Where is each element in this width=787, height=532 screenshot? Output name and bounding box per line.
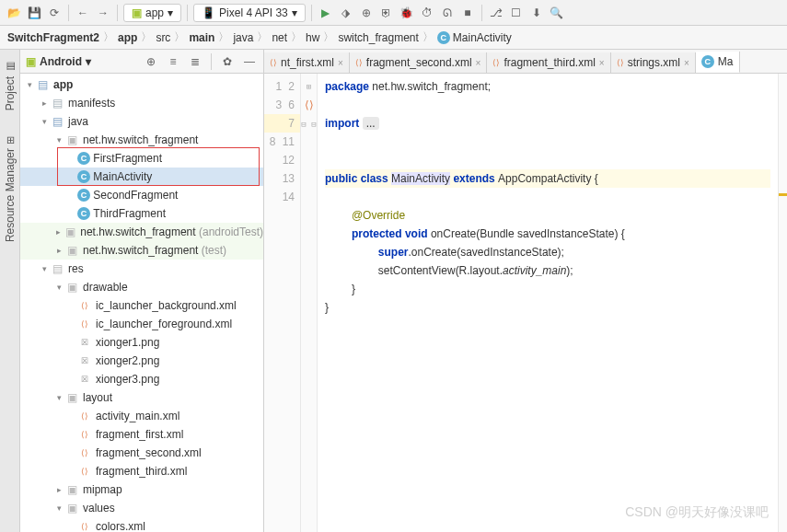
editor-panel: ⟨⟩nt_first.xml× ⟨⟩fragment_second.xml× ⟨… bbox=[264, 50, 787, 532]
android-icon: ▣ bbox=[26, 55, 36, 68]
tab-second[interactable]: ⟨⟩fragment_second.xml× bbox=[350, 52, 488, 73]
separator bbox=[187, 5, 188, 21]
chevron-right-icon: 〉 bbox=[257, 29, 268, 45]
bc-current-label: MainActivity bbox=[453, 31, 512, 44]
tab-main-activity[interactable]: CMa bbox=[696, 52, 740, 73]
open-icon[interactable]: 📂 bbox=[6, 5, 22, 21]
tree-drawable[interactable]: ▾▣drawable bbox=[20, 278, 263, 296]
tree-layout-file[interactable]: ⟨⟩fragment_third.xml bbox=[20, 462, 263, 480]
close-icon[interactable]: × bbox=[338, 58, 343, 68]
tree-third-fragment[interactable]: C ThirdFragment bbox=[20, 204, 263, 223]
bc-current[interactable]: C MainActivity bbox=[437, 31, 512, 44]
tree-draw-file[interactable]: ☒xionger3.png bbox=[20, 370, 263, 388]
tab-strings[interactable]: ⟨⟩strings.xml× bbox=[611, 52, 696, 73]
tree-draw-file[interactable]: ⟨⟩ic_launcher_background.xml bbox=[20, 296, 263, 315]
collapse-icon[interactable]: ≣ bbox=[187, 53, 203, 70]
bc-pkg[interactable]: switch_fragment bbox=[338, 31, 418, 44]
separator bbox=[211, 53, 212, 70]
watermark: CSDN @明天好像没课吧 bbox=[625, 504, 769, 521]
bc-net[interactable]: net bbox=[272, 31, 287, 44]
main-toolbar: 📂 💾 ⟳ ← → ▣ app ▾ 📱 Pixel 4 API 33 ▾ ▶ ⬗… bbox=[0, 0, 787, 26]
project-tree[interactable]: ▾▤app ▸▤manifests ▾▤java ▾▣net.hw.switch… bbox=[20, 74, 263, 532]
bc-hw[interactable]: hw bbox=[306, 31, 319, 44]
tree-layout-file[interactable]: ⟨⟩fragment_first.xml bbox=[20, 425, 263, 444]
tree-java[interactable]: ▾▤java bbox=[20, 112, 263, 131]
code-editor[interactable]: package net.hw.switch_fragment; import .… bbox=[318, 74, 778, 532]
redo-icon[interactable]: → bbox=[95, 5, 111, 21]
tree-pkg2[interactable]: ▸▣net.hw.switch_fragment (androidTest) bbox=[20, 223, 263, 241]
tree-layout[interactable]: ▾▣layout bbox=[20, 388, 263, 407]
tree-layout-file[interactable]: ⟨⟩activity_main.xml bbox=[20, 407, 263, 425]
git-icon[interactable]: ⎇ bbox=[488, 5, 504, 21]
chevron-right-icon: 〉 bbox=[422, 29, 434, 45]
settings-icon[interactable]: ✿ bbox=[219, 53, 236, 70]
bc-main[interactable]: main bbox=[189, 31, 214, 44]
panel-mode[interactable]: ▣ Android ▾ bbox=[26, 55, 91, 68]
device-name: Pixel 4 API 33 bbox=[219, 6, 288, 19]
coverage-icon[interactable]: ⛨ bbox=[378, 5, 395, 21]
chevron-down-icon: ▾ bbox=[292, 6, 297, 19]
tree-first-fragment[interactable]: C FirstFragment bbox=[20, 149, 263, 168]
debug-icon[interactable]: ⬗ bbox=[338, 5, 354, 21]
profiler-icon[interactable]: ⏱ bbox=[419, 5, 435, 21]
chevron-down-icon: ▾ bbox=[168, 6, 173, 19]
line-gutter[interactable]: 1 2 3 6 7 8 11 12 13 14 bbox=[264, 74, 301, 532]
tree-draw-file[interactable]: ⟨⟩ic_launcher_foreground.xml bbox=[20, 315, 263, 333]
bc-app[interactable]: app bbox=[118, 31, 137, 44]
class-icon: C bbox=[437, 31, 450, 44]
android-icon: ▣ bbox=[132, 6, 142, 19]
select-opened-icon[interactable]: ⊕ bbox=[143, 53, 159, 70]
project-tab[interactable]: Project ▤ bbox=[0, 57, 19, 114]
tree-pkg1[interactable]: ▾▣net.hw.switch_fragment bbox=[20, 131, 263, 149]
tree-app[interactable]: ▾▤app bbox=[20, 75, 263, 94]
separator bbox=[68, 5, 69, 21]
error-stripe[interactable] bbox=[778, 74, 787, 532]
bc-java[interactable]: java bbox=[233, 31, 253, 44]
tree-values[interactable]: ▾▣values bbox=[20, 499, 263, 517]
chevron-right-icon: 〉 bbox=[218, 29, 229, 45]
tree-draw-file[interactable]: ☒xionger2.png bbox=[20, 352, 263, 370]
undo-icon[interactable]: ← bbox=[75, 5, 91, 21]
tree-res[interactable]: ▾▤res bbox=[20, 260, 263, 278]
run-icon[interactable]: ▶ bbox=[318, 5, 334, 21]
tree-manifests[interactable]: ▸▤manifests bbox=[20, 94, 263, 112]
avd-icon[interactable]: ☐ bbox=[508, 5, 525, 21]
warning-marker[interactable] bbox=[779, 193, 787, 196]
tree-draw-file[interactable]: ☒xionger1.png bbox=[20, 333, 263, 352]
device-selector[interactable]: 📱 Pixel 4 API 33 ▾ bbox=[193, 4, 306, 22]
tree-layout-file[interactable]: ⟨⟩fragment_second.xml bbox=[20, 444, 263, 462]
bc-root[interactable]: SwitchFragment2 bbox=[7, 31, 99, 44]
resource-manager-tab[interactable]: Resource Manager ⊞ bbox=[0, 133, 19, 246]
save-icon[interactable]: 💾 bbox=[26, 5, 42, 21]
search-icon[interactable]: 🔍 bbox=[549, 5, 565, 21]
close-icon[interactable]: × bbox=[599, 58, 605, 68]
chevron-right-icon: 〉 bbox=[103, 29, 114, 45]
project-panel: ▣ Android ▾ ⊕ ≡ ≣ ✿ — ▾▤app ▸▤manifests … bbox=[20, 50, 264, 532]
attach-debug-icon[interactable]: 🐞 bbox=[399, 5, 415, 21]
tab-third[interactable]: ⟨⟩fragment_third.xml× bbox=[487, 52, 610, 73]
stop-icon[interactable]: ■ bbox=[459, 5, 476, 21]
tree-values-file[interactable]: ⟨⟩colors.xml bbox=[20, 517, 263, 532]
phone-icon: 📱 bbox=[202, 6, 215, 19]
class-icon: C bbox=[77, 170, 90, 183]
tree-main-activity[interactable]: C MainActivity bbox=[20, 168, 263, 186]
fold-gutter[interactable]: ⊞ ⟨⟩ ⊟ ⊟ bbox=[301, 74, 318, 532]
tree-second-fragment[interactable]: C SecondFragment bbox=[20, 186, 263, 204]
bc-src[interactable]: src bbox=[156, 31, 170, 44]
tree-mipmap[interactable]: ▸▣mipmap bbox=[20, 480, 263, 499]
close-icon[interactable]: × bbox=[684, 58, 689, 68]
module-selector[interactable]: ▣ app ▾ bbox=[123, 4, 181, 22]
app-inspect-icon[interactable]: ᘏ bbox=[439, 5, 456, 21]
editor-tabs: ⟨⟩nt_first.xml× ⟨⟩fragment_second.xml× ⟨… bbox=[264, 50, 787, 74]
chevron-right-icon: 〉 bbox=[291, 29, 302, 45]
tree-pkg3[interactable]: ▸▣net.hw.switch_fragment (test) bbox=[20, 241, 263, 260]
profile-icon[interactable]: ⊕ bbox=[358, 5, 375, 21]
class-icon: C bbox=[77, 152, 90, 165]
close-icon[interactable]: × bbox=[476, 58, 481, 68]
sdk-icon[interactable]: ⬇ bbox=[528, 5, 545, 21]
expand-icon[interactable]: ≡ bbox=[165, 53, 181, 70]
hide-icon[interactable]: — bbox=[241, 53, 258, 70]
sync-icon[interactable]: ⟳ bbox=[46, 5, 63, 21]
chevron-right-icon: 〉 bbox=[141, 29, 152, 45]
tab-first[interactable]: ⟨⟩nt_first.xml× bbox=[264, 52, 350, 73]
